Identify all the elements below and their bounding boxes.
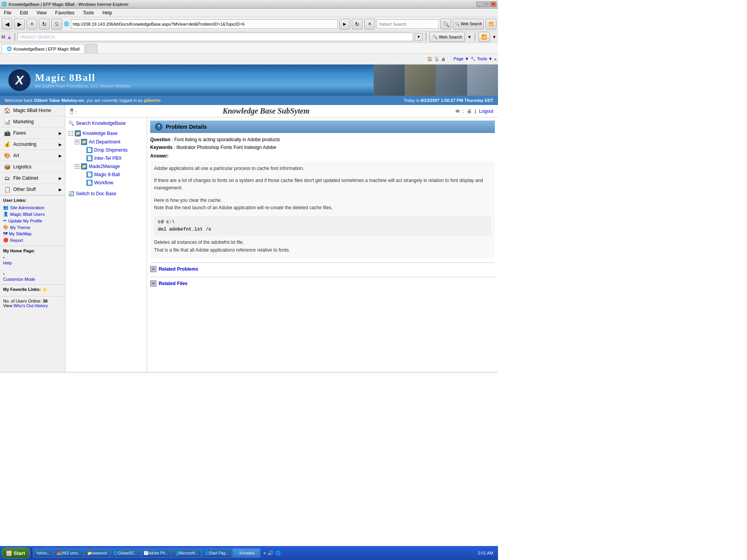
stop-button[interactable]: ✕ — [26, 19, 37, 30]
yahoo-search-bar-input[interactable]: YAHOO! SEARCH — [18, 33, 413, 41]
yahoo-search-input[interactable] — [377, 19, 439, 29]
tree-dropship-label[interactable]: Drop Shipments — [94, 147, 128, 154]
keywords-value: Illustrator Photoshop Fonts Font Indesig… — [176, 145, 276, 150]
menu-tools[interactable]: Tools — [81, 9, 96, 16]
search-kb-label[interactable]: Search KnowledgeBase — [76, 121, 126, 126]
user-link-magic8ball-users[interactable]: 👤 Magic 8Ball Users — [3, 211, 62, 217]
print-icon-kb[interactable]: 🖨 — [467, 108, 472, 114]
help-link[interactable]: Help — [3, 260, 62, 266]
answer-para-3: Here is how you clear the cache.Note tha… — [154, 197, 491, 212]
favorites-title: My Favorite Links: ⭐ — [3, 287, 62, 292]
home-nav-icon: 🏠 — [3, 107, 11, 114]
title-bar: 🌐 KnowledgeBase | EFP Magic 8Ball - Wind… — [0, 0, 498, 9]
yahoo-up-icon: ▲ — [7, 34, 12, 40]
sidebar-item-art[interactable]: 🎨 Art ▶ — [0, 150, 65, 161]
separator1: : — [463, 108, 464, 114]
users-online-section: No. of Users Online: 36 View Who's Out H… — [0, 296, 65, 310]
user-link-update-profile[interactable]: ✏ Update My Profile — [3, 217, 62, 224]
tree-root-label[interactable]: Knowledge Base — [82, 130, 117, 137]
customize-mode-link[interactable]: Customize Mode — [3, 276, 62, 282]
tree-workflow-icon: 📄 — [86, 180, 93, 186]
tree-node-art: + 📁 Art Department 📄 Drop Shipments — [75, 138, 144, 186]
tree-dropship-icon: 📄 — [86, 147, 93, 153]
go-button[interactable]: ▶ — [339, 19, 350, 30]
menu-file[interactable]: File — [2, 9, 14, 16]
tree-pbx-label[interactable]: Inter-Tel PBX — [94, 155, 122, 162]
menu-bar: File Edit View Favorites Tools Help — [0, 9, 498, 17]
tree-m2m-label[interactable]: Made2Manage — [89, 163, 120, 170]
header-photos — [374, 65, 498, 96]
code-note: Deletes all instances of the adobefnt.ls… — [154, 239, 491, 254]
web-search-button[interactable]: 🔍 Web Search — [453, 19, 484, 30]
print-icon[interactable]: 🖨 — [441, 57, 445, 61]
tab-label: KnowledgeBase | EFP Magic 8Ball — [14, 47, 80, 51]
sidebar-item-faxes[interactable]: 📠 Faxes ▶ — [0, 128, 65, 139]
related-problems-label: Related Problems — [159, 266, 198, 272]
sidebar-item-marketing[interactable]: 📊 Marketing — [0, 116, 65, 128]
related-files-header[interactable]: + Related Files — [150, 280, 495, 287]
sidebar-item-filecabinet[interactable]: 🗂 File Cabinet ▶ — [0, 173, 65, 184]
back-button[interactable]: ◀ — [2, 19, 12, 30]
restore-button[interactable]: □ — [483, 2, 489, 7]
active-tab[interactable]: 🌐 KnowledgeBase | EFP Magic 8Ball — [2, 44, 85, 53]
menu-view[interactable]: View — [34, 9, 49, 16]
home-icon2[interactable]: 🏠 — [427, 56, 433, 61]
feeds-icon[interactable]: 📡 — [434, 56, 440, 61]
tree-workflow-label[interactable]: Workflow — [94, 179, 113, 186]
sidebar-item-logistics[interactable]: 📦 Logistics — [0, 161, 65, 173]
minimize-button[interactable]: _ — [476, 2, 482, 7]
signal-bars: 📶 — [479, 32, 490, 42]
search-button[interactable]: 🔍 — [440, 19, 451, 30]
whos-out-link[interactable]: Who's Out — [14, 303, 33, 308]
menu-favorites[interactable]: Favorites — [53, 9, 77, 16]
search-dropdown-btn[interactable]: ▼ — [415, 33, 423, 41]
refresh-btn2[interactable]: ↻ — [352, 19, 363, 30]
login-as-text: you are currently logged in as — [86, 98, 142, 103]
web-search-bar-button[interactable]: 🔍 Web Search — [430, 32, 465, 42]
home-button[interactable]: 🏠 — [51, 19, 62, 30]
stop-btn2[interactable]: ✕ — [364, 19, 375, 30]
accounting-arrow: ▶ — [59, 142, 62, 147]
close-button[interactable]: ✕ — [490, 2, 496, 7]
problem-icon: ? — [155, 123, 163, 131]
history-link[interactable]: History — [35, 303, 48, 308]
refresh-button[interactable]: ↻ — [39, 19, 50, 30]
homepage-section: My Home Page: • Help • Customize Mode — [0, 246, 65, 284]
tree-art-label[interactable]: Art Department — [89, 138, 120, 145]
sitemap-icon: 🗺 — [3, 231, 7, 236]
user-link-site-admin[interactable]: 👥 Site Adminisration — [3, 204, 62, 211]
window-controls[interactable]: _ □ ✕ — [476, 2, 496, 7]
page-button[interactable]: 📄 Page ▼ — [447, 56, 469, 61]
forward-button[interactable]: ▶ — [14, 19, 25, 30]
sidebar-item-accounting[interactable]: 💰 Accounting ▶ — [0, 139, 65, 150]
kb-breadcrumb: | — [75, 109, 77, 114]
user-link-report[interactable]: 🔴 Report — [3, 237, 62, 243]
tree-m2m-expand[interactable]: + — [75, 164, 79, 169]
answer-para-1: Adobe applications all use a particular … — [154, 165, 491, 172]
browser-title: KnowledgeBase | EFP Magic 8Ball - Window… — [9, 2, 128, 7]
menu-edit[interactable]: Edit — [18, 9, 30, 16]
sidebar-item-otherstuff[interactable]: 📋 Other Stuff ▶ — [0, 184, 65, 195]
new-tab-area[interactable] — [86, 44, 97, 53]
menu-help[interactable]: Help — [100, 9, 114, 16]
sidebar-logistics-label: Logistics — [13, 164, 32, 170]
username-link[interactable]: gilbertm — [144, 98, 160, 103]
address-input[interactable] — [71, 19, 338, 29]
switch-doc-base[interactable]: 🔄 Switch to Doc Base — [68, 191, 144, 196]
tree-m2m-icon: 📁 — [81, 163, 87, 170]
logout-link[interactable]: Logout — [479, 108, 493, 114]
tree-magic-label[interactable]: Magic 8-Ball — [94, 171, 120, 178]
search-kb-link[interactable]: 🔍 Search KnowledgeBase — [68, 121, 144, 126]
tools-button[interactable]: 🔧 Tools ▼ — [470, 56, 492, 61]
email-icon[interactable]: ✉ — [456, 108, 459, 114]
ws-arrow[interactable]: ▼ — [467, 35, 472, 39]
sidebar-item-home[interactable]: 🏠 Magic 8Ball Home — [0, 105, 65, 116]
logo-letter: X — [15, 73, 23, 88]
signal-arrow[interactable]: ▼ — [492, 35, 496, 39]
switch-doc-label[interactable]: Switch to Doc Base — [76, 191, 116, 196]
related-problems-header[interactable]: + Related Problems — [150, 266, 495, 272]
user-link-sitemap[interactable]: 🗺 My SiteMap — [3, 231, 62, 237]
tree-root-collapse[interactable]: - — [68, 131, 73, 136]
tree-art-expand[interactable]: + — [75, 140, 79, 144]
user-link-theme[interactable]: 🎨 My Theme — [3, 224, 62, 231]
